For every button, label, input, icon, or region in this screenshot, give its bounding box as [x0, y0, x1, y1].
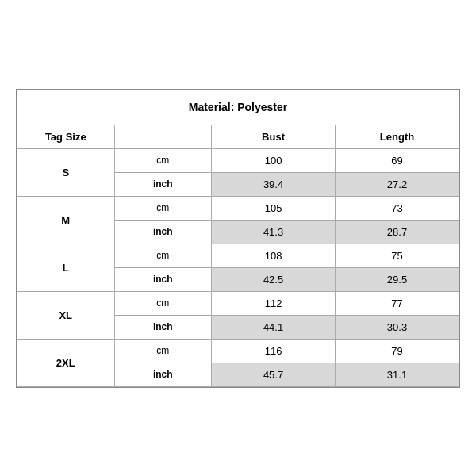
unit-header	[114, 125, 212, 149]
length-header: Length	[336, 125, 459, 149]
unit-cm-cell: cm	[114, 244, 212, 267]
table-row: Scm10069	[17, 148, 459, 172]
bust-header: Bust	[212, 125, 336, 149]
bust-cm-cell: 105	[212, 196, 336, 220]
unit-inch-cell: inch	[114, 172, 212, 196]
length-inch-cell: 27.2	[336, 172, 459, 196]
unit-inch-cell: inch	[114, 315, 212, 339]
size-cell: L	[17, 244, 115, 291]
size-cell: S	[17, 148, 115, 196]
length-inch-cell: 30.3	[336, 315, 459, 339]
size-cell: 2XL	[17, 339, 115, 386]
size-cell: XL	[17, 291, 115, 339]
table-row: 2XLcm11679	[17, 339, 459, 363]
table-header-row: Tag Size Bust Length	[17, 125, 459, 149]
length-cm-cell: 77	[336, 291, 459, 315]
unit-cm-cell: cm	[114, 339, 212, 363]
table-row: Mcm10573	[17, 196, 459, 220]
unit-cm-cell: cm	[114, 291, 212, 315]
length-cm-cell: 69	[336, 148, 459, 172]
length-inch-cell: 28.7	[336, 220, 459, 244]
bust-cm-cell: 116	[212, 339, 336, 363]
bust-inch-cell: 42.5	[212, 267, 336, 291]
bust-inch-cell: 45.7	[212, 363, 336, 386]
size-chart-container: Material: Polyester Tag Size Bust Length…	[16, 89, 460, 388]
unit-inch-cell: inch	[114, 363, 212, 386]
tag-size-header: Tag Size	[17, 125, 115, 149]
bust-inch-cell: 44.1	[212, 315, 336, 339]
unit-cm-cell: cm	[114, 196, 212, 220]
unit-cm-cell: cm	[114, 148, 212, 172]
unit-inch-cell: inch	[114, 267, 212, 291]
bust-inch-cell: 39.4	[212, 172, 336, 196]
unit-inch-cell: inch	[114, 220, 212, 244]
length-cm-cell: 73	[336, 196, 459, 220]
bust-cm-cell: 112	[212, 291, 336, 315]
table-row: Lcm10875	[17, 244, 459, 267]
bust-inch-cell: 41.3	[212, 220, 336, 244]
length-inch-cell: 31.1	[336, 363, 459, 386]
size-cell: M	[17, 196, 115, 244]
bust-cm-cell: 108	[212, 244, 336, 267]
bust-cm-cell: 100	[212, 148, 336, 172]
length-cm-cell: 79	[336, 339, 459, 363]
size-table: Tag Size Bust Length Scm10069inch39.427.…	[17, 125, 459, 387]
chart-title: Material: Polyester	[17, 90, 459, 125]
length-cm-cell: 75	[336, 244, 459, 267]
table-row: XLcm11277	[17, 291, 459, 315]
length-inch-cell: 29.5	[336, 267, 459, 291]
